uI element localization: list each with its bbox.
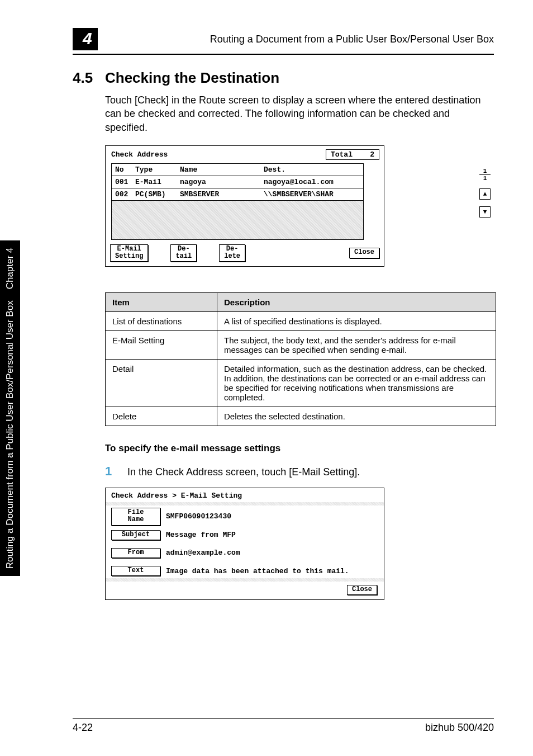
detail-button[interactable]: De- tail — [170, 244, 197, 262]
text-value: Image data has been attached to this mai… — [166, 567, 378, 575]
section-intro: Touch [Check] in the Route screen to dis… — [105, 93, 494, 134]
close-button[interactable]: Close — [347, 585, 377, 595]
cell-name: nagoya — [180, 178, 264, 186]
page-indicator-col: 1 1 ▲ ▼ — [479, 168, 491, 218]
description-table: Item Description List of destinations A … — [105, 292, 496, 426]
step-1: 1 In the Check Address screen, touch [E-… — [105, 464, 494, 479]
file-name-value: SMFP06090123430 — [166, 512, 378, 521]
chapter-number-badge: 4 — [73, 28, 98, 50]
cell-desc: Deletes the selected destination. — [217, 407, 496, 426]
table-row: E-Mail Setting The subject, the body tex… — [106, 331, 496, 360]
text-button[interactable]: Text — [111, 566, 160, 576]
cell-desc: The subject, the body text, and the send… — [217, 331, 496, 360]
check-address-title: Check Address — [111, 150, 326, 159]
scroll-up-button[interactable]: ▲ — [479, 188, 491, 200]
section-title: Checking the Destination — [105, 69, 279, 87]
side-tab: Routing a Document from a Public User Bo… — [0, 240, 20, 576]
cell-name: SMBSERVER — [180, 190, 264, 199]
page-total: 1 — [479, 175, 491, 182]
section-number: 4.5 — [73, 69, 105, 87]
destination-table: No Type Name Dest. 001 E-Mail nagoya nag… — [111, 163, 364, 201]
cell-item: Delete — [106, 407, 217, 426]
email-setting-screen: Check Address > E-Mail Setting File Name… — [105, 488, 384, 600]
total-box: Total 2 — [326, 149, 379, 160]
arrow-down-icon: ▼ — [483, 209, 487, 215]
scroll-down-button[interactable]: ▼ — [479, 206, 491, 218]
delete-button[interactable]: De- lete — [219, 244, 245, 262]
step-text: In the Check Address screen, touch [E-Ma… — [127, 464, 360, 479]
table-row[interactable]: 002 PC(SMB) SMBSERVER \\SMBSERVER\SHAR — [112, 188, 363, 200]
empty-list-area — [111, 201, 364, 240]
section-heading: 4.5 Checking the Destination — [73, 69, 494, 87]
table-row[interactable]: 001 E-Mail nagoya nagoya@local.com — [112, 176, 363, 188]
cell-desc: Detailed information, such as the destin… — [217, 360, 496, 407]
cell-dest: \\SMBSERVER\SHAR — [264, 190, 360, 199]
table-header-row: No Type Name Dest. — [112, 164, 363, 176]
footer-page: 4-22 — [73, 722, 93, 734]
subject-value: Message from MFP — [166, 531, 378, 539]
col-name: Name — [180, 166, 264, 174]
file-name-button[interactable]: File Name — [111, 508, 160, 525]
page-current: 1 — [479, 168, 491, 175]
th-item: Item — [106, 293, 217, 312]
page-header: 4 Routing a Document from a Public User … — [73, 28, 494, 55]
procedure-subhead: To specify the e-mail message settings — [105, 443, 494, 454]
th-desc: Description — [217, 293, 496, 312]
total-label: Total — [331, 150, 353, 159]
total-value: 2 — [370, 150, 374, 159]
running-head: Routing a Document from a Public User Bo… — [111, 34, 494, 45]
side-tab-chapter: Chapter 4 — [4, 248, 16, 290]
cell-type: E-Mail — [135, 178, 180, 186]
from-button[interactable]: From — [111, 548, 160, 558]
page-footer: 4-22 bizhub 500/420 — [0, 718, 533, 734]
cell-desc: A list of specified destinations is disp… — [217, 312, 496, 331]
footer-model: bizhub 500/420 — [425, 722, 494, 734]
email-setting-button[interactable]: E-Mail Setting — [110, 244, 148, 262]
cell-item: List of destinations — [106, 312, 217, 331]
cell-item: Detail — [106, 360, 217, 407]
table-row: Delete Deletes the selected destination. — [106, 407, 496, 426]
cell-dest: nagoya@local.com — [264, 178, 360, 186]
table-row: List of destinations A list of specified… — [106, 312, 496, 331]
step-number: 1 — [105, 464, 127, 479]
table-row: Detail Detailed information, such as the… — [106, 360, 496, 407]
side-tab-title: Routing a Document from a Public User Bo… — [4, 300, 16, 569]
col-no: No — [115, 166, 135, 174]
from-value: admin@example.com — [166, 549, 378, 557]
col-dest: Dest. — [264, 166, 360, 174]
cell-no: 001 — [115, 178, 135, 186]
close-button[interactable]: Close — [349, 248, 379, 258]
subject-button[interactable]: Subject — [111, 530, 160, 540]
cell-no: 002 — [115, 190, 135, 199]
email-setting-title: Check Address > E-Mail Setting — [106, 490, 384, 502]
arrow-up-icon: ▲ — [483, 191, 487, 197]
check-address-screen: Check Address Total 2 No Type Name Dest.… — [105, 145, 384, 267]
cell-item: E-Mail Setting — [106, 331, 217, 360]
col-type: Type — [135, 166, 180, 174]
cell-type: PC(SMB) — [135, 190, 180, 199]
